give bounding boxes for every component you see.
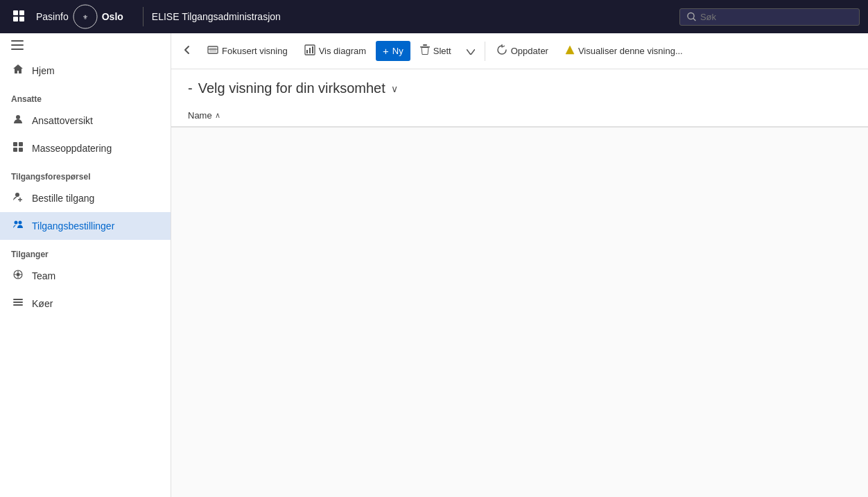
- sidebar-item-ansattoversikt[interactable]: Ansattoversikt: [0, 107, 171, 134]
- svg-rect-2: [13, 17, 18, 21]
- visualiser-icon: [565, 45, 575, 57]
- ny-button[interactable]: + Ny: [376, 41, 410, 61]
- sidebar: Hjem Ansatte Ansattoversikt: [0, 33, 171, 497]
- svg-rect-14: [13, 148, 17, 152]
- sidebar-item-koer[interactable]: Køer: [0, 290, 171, 317]
- svg-text:⚜: ⚜: [83, 14, 88, 21]
- focused-view-label: Fokusert visning: [222, 46, 288, 56]
- svg-rect-0: [13, 10, 18, 15]
- sidebar-bestille-label: Bestille tilgang: [32, 193, 94, 204]
- topbar-brand: Pasinfo ⚜ Oslo: [36, 4, 123, 29]
- svg-line-7: [693, 19, 695, 21]
- sidebar-section-ansatte: Ansatte: [0, 85, 171, 107]
- sidebar-koer-label: Køer: [32, 298, 53, 309]
- svg-rect-35: [309, 48, 311, 53]
- sidebar-item-bestille-tilgang[interactable]: Bestille tilgang: [0, 184, 171, 212]
- svg-point-22: [17, 273, 20, 277]
- svg-rect-36: [312, 46, 313, 53]
- table-header: Name ∧: [171, 105, 868, 128]
- column-sort-icon: ∧: [215, 111, 220, 120]
- slett-label: Slett: [433, 46, 451, 56]
- svg-marker-39: [566, 46, 574, 54]
- topbar-app-title: ELISE Tilgangsadministrasjon: [152, 11, 679, 22]
- slett-button[interactable]: Slett: [413, 40, 458, 62]
- oppdater-label: Oppdater: [511, 46, 548, 56]
- bestille-icon: [11, 191, 25, 205]
- tilgangsbestillinger-icon: [11, 219, 25, 233]
- focused-view-button[interactable]: Fokusert visning: [200, 40, 295, 62]
- queue-icon: [11, 297, 25, 311]
- topbar: Pasinfo ⚜ Oslo ELISE Tilgangsadministras…: [0, 0, 868, 33]
- svg-rect-34: [306, 50, 308, 53]
- sidebar-hjem-label: Hjem: [32, 65, 55, 76]
- visualiser-label: Visualiser denne visning...: [578, 46, 683, 56]
- sidebar-item-masseoppdatering[interactable]: Masseoppdatering: [0, 134, 171, 162]
- page-title: Velg visning for din virksomhet: [198, 80, 385, 96]
- sidebar-section-tilganger: Tilganger: [0, 240, 171, 262]
- topbar-oslo-label: Oslo: [102, 11, 123, 22]
- oslo-logo-icon: ⚜: [73, 4, 98, 29]
- sidebar-tilgangsbestillinger-label: Tilgangsbestillinger: [32, 220, 114, 232]
- toolbar-separator: [485, 42, 485, 61]
- team-icon: [11, 269, 25, 283]
- more-button[interactable]: [461, 42, 480, 61]
- sidebar-item-tilgangsbestillinger[interactable]: Tilgangsbestillinger: [0, 212, 171, 240]
- svg-rect-29: [13, 304, 23, 306]
- svg-rect-8: [11, 40, 24, 42]
- svg-point-16: [15, 193, 19, 197]
- main-layout: Hjem Ansatte Ansattoversikt: [0, 33, 868, 497]
- vis-diagram-label: Vis diagram: [319, 46, 366, 56]
- page-header: - Velg visning for din virksomhet ∨: [171, 69, 868, 105]
- topbar-search-bar[interactable]: [679, 8, 860, 26]
- oppdater-button[interactable]: Oppdater: [489, 40, 555, 62]
- page-title-chevron-icon[interactable]: ∨: [391, 83, 398, 94]
- content-area: Fokusert visning Vis diagram + Ny: [171, 33, 868, 497]
- mass-update-icon: [11, 141, 25, 155]
- search-icon: [687, 12, 696, 21]
- svg-point-20: [19, 221, 22, 225]
- slett-icon: [420, 44, 430, 58]
- table-body: [171, 128, 868, 497]
- sidebar-masseoppdatering-label: Masseoppdatering: [32, 143, 112, 154]
- svg-rect-28: [13, 302, 23, 303]
- svg-rect-10: [11, 49, 24, 50]
- person-icon: [11, 114, 25, 128]
- sidebar-item-team[interactable]: Team: [0, 262, 171, 290]
- column-name-label: Name: [188, 110, 212, 121]
- toolbar: Fokusert visning Vis diagram + Ny: [171, 33, 868, 69]
- visualiser-button[interactable]: Visualiser denne visning...: [558, 41, 690, 61]
- page-title-dash: -: [188, 80, 193, 96]
- sidebar-ansattoversikt-label: Ansattoversikt: [32, 115, 93, 126]
- sidebar-toggle-button[interactable]: [0, 33, 171, 57]
- svg-rect-15: [19, 148, 23, 152]
- ny-icon: +: [383, 45, 389, 57]
- svg-rect-27: [13, 299, 23, 300]
- svg-point-19: [15, 221, 18, 225]
- svg-point-11: [16, 115, 20, 119]
- vis-diagram-button[interactable]: Vis diagram: [297, 40, 373, 62]
- search-input[interactable]: [700, 12, 852, 22]
- sidebar-section-tilgangsforespørsel: Tilgangsforespørsel: [0, 162, 171, 184]
- home-icon: [11, 64, 25, 78]
- svg-rect-3: [19, 17, 24, 21]
- sidebar-item-hjem[interactable]: Hjem: [0, 57, 171, 85]
- topbar-divider: [143, 7, 144, 26]
- svg-rect-12: [13, 142, 17, 146]
- svg-rect-9: [11, 44, 24, 46]
- column-name[interactable]: Name ∧: [188, 110, 220, 121]
- svg-rect-13: [19, 142, 23, 146]
- page-title-row: - Velg visning for din virksomhet ∨: [188, 80, 851, 96]
- oppdater-icon: [496, 44, 507, 58]
- sidebar-team-label: Team: [32, 270, 55, 281]
- topbar-pasinfo-label: Pasinfo: [36, 11, 69, 22]
- apps-grid-icon[interactable]: [8, 6, 31, 28]
- svg-rect-31: [209, 48, 216, 52]
- svg-rect-38: [423, 44, 427, 46]
- vis-diagram-icon: [304, 44, 315, 58]
- focused-view-icon: [207, 44, 218, 58]
- svg-rect-1: [19, 10, 24, 15]
- back-button[interactable]: [177, 41, 198, 62]
- ny-label: Ny: [392, 46, 403, 56]
